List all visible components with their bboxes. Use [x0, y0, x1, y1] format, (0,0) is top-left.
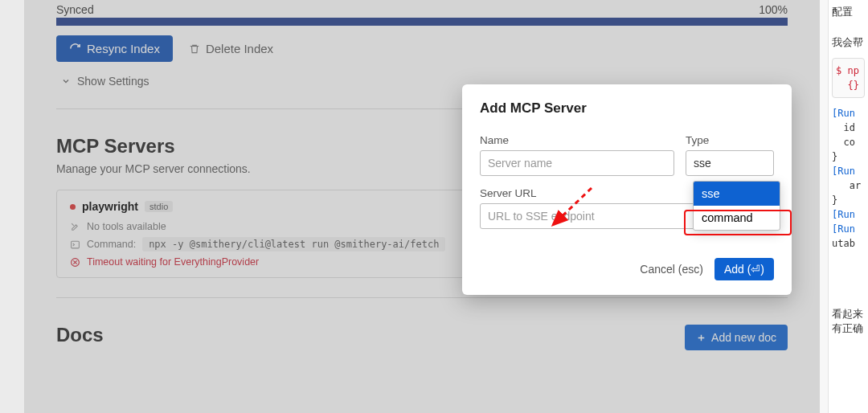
- resync-label: Resync Index: [87, 42, 160, 55]
- right-text: 配置: [832, 5, 865, 19]
- right-text: 我会帮: [832, 35, 865, 50]
- resync-index-button[interactable]: Resync Index: [56, 35, 173, 62]
- name-field-label: Name: [480, 134, 674, 146]
- command-value: npx -y @smithery/cli@latest run @smither…: [142, 237, 445, 251]
- type-field-label: Type: [686, 134, 774, 146]
- refresh-icon: [69, 43, 81, 55]
- run-line: id: [832, 121, 865, 135]
- index-toolbar: Resync Index Delete Index: [56, 35, 788, 62]
- run-line: }: [832, 193, 865, 207]
- no-tools-text: No tools available: [87, 221, 166, 232]
- docs-section: Docs Add new doc: [56, 324, 788, 351]
- sync-progress-bar: [56, 18, 788, 26]
- show-settings-label: Show Settings: [77, 75, 149, 88]
- run-line: [Run: [832, 207, 865, 222]
- run-line: }: [832, 149, 865, 164]
- server-type-badge: stdio: [145, 201, 173, 212]
- add-server-button[interactable]: Add (⏎): [714, 258, 774, 280]
- run-line: [Run: [832, 106, 865, 121]
- add-doc-label: Add new doc: [711, 331, 776, 344]
- error-icon: [70, 257, 80, 268]
- server-name-input[interactable]: [480, 150, 674, 176]
- run-line: ar: [832, 178, 865, 193]
- right-text: 有正确: [832, 321, 865, 336]
- server-name: playwright: [82, 200, 138, 213]
- right-text: 看起来: [832, 307, 865, 321]
- cancel-button[interactable]: Cancel (esc): [640, 263, 703, 276]
- chevron-down-icon: [61, 76, 71, 86]
- type-dropdown: sse command: [693, 181, 780, 231]
- run-line: utab: [832, 236, 865, 251]
- code-line: $ np: [836, 63, 861, 78]
- dropdown-option-command[interactable]: command: [694, 206, 780, 230]
- divider: [56, 297, 788, 298]
- modal-title: Add MCP Server: [480, 100, 774, 117]
- sync-percent: 100%: [759, 3, 788, 16]
- plus-icon: [696, 333, 706, 343]
- server-type-select[interactable]: [686, 150, 774, 176]
- terminal-icon: [70, 239, 80, 250]
- dropdown-option-sse[interactable]: sse: [694, 182, 780, 206]
- tools-icon: [70, 222, 80, 232]
- sync-status-row: Synced 100%: [56, 0, 788, 18]
- right-side-panel: 配置 我会帮 $ np {} [Run id co } [Run ar } [R…: [828, 0, 868, 413]
- error-text: Timeout waiting for EverythingProvider: [87, 256, 259, 268]
- sync-status-label: Synced: [56, 3, 94, 16]
- add-new-doc-button[interactable]: Add new doc: [685, 325, 788, 350]
- add-label: Add (⏎): [724, 263, 764, 276]
- delete-label: Delete Index: [206, 42, 273, 55]
- svg-rect-0: [72, 241, 80, 248]
- run-line: [Run: [832, 164, 865, 178]
- status-dot-icon: [70, 204, 76, 210]
- code-line: {}: [836, 78, 861, 92]
- docs-title: Docs: [56, 324, 104, 346]
- delete-index-button[interactable]: Delete Index: [189, 42, 273, 55]
- run-line: [Run: [832, 222, 865, 236]
- right-code-box: $ np {}: [832, 58, 865, 98]
- command-label: Command:: [87, 239, 136, 250]
- run-line: co: [832, 135, 865, 149]
- left-sidebar: [0, 0, 24, 413]
- trash-icon: [189, 43, 200, 55]
